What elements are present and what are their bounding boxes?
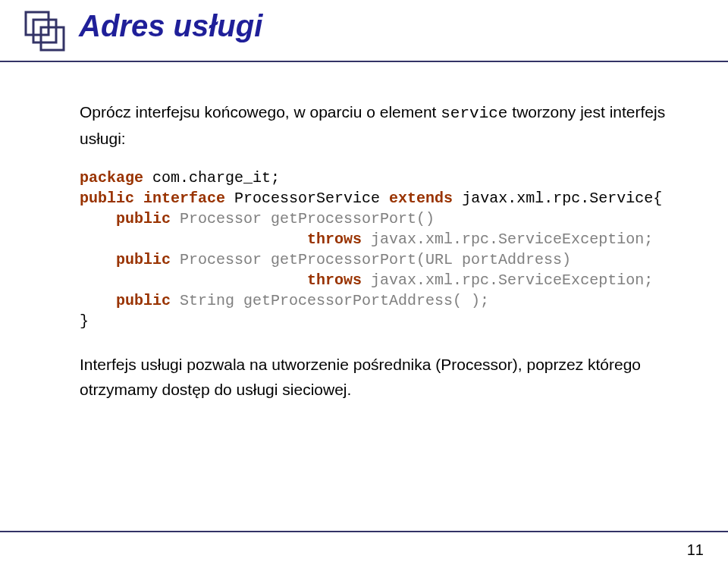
intro-mono: service — [441, 105, 507, 122]
intro-paragraph: Oprócz interfejsu końcowego, w oparciu o… — [80, 100, 698, 151]
indent-3 — [80, 210, 116, 227]
slide: Adres usługi Oprócz interfejsu końcowego… — [0, 0, 728, 574]
code-l1b: com.charge_it; — [143, 169, 280, 187]
indent-7 — [80, 292, 116, 309]
stacked-squares-icon — [21, 8, 67, 53]
kw-public-2: public — [116, 210, 171, 227]
outro-paragraph: Interfejs usługi pozwala na utworzenie p… — [80, 353, 698, 402]
code-l7c: String getProcessorPortAddress( ); — [171, 292, 489, 309]
page-title: Adres usługi — [79, 9, 262, 43]
kw-interface: interface — [143, 190, 225, 207]
code-l8: } — [80, 312, 89, 330]
svg-rect-1 — [33, 20, 56, 42]
code-block: package com.charge_it; public interface … — [80, 168, 698, 331]
page-number: 11 — [687, 541, 704, 559]
svg-rect-0 — [26, 12, 49, 35]
intro-text-a: Oprócz interfejsu końcowego, w oparciu o… — [80, 103, 441, 121]
indent-4 — [80, 231, 307, 248]
kw-public-1: public — [80, 190, 134, 207]
kw-throws-2: throws — [307, 271, 362, 289]
code-l2b — [134, 190, 143, 207]
code-l4c: javax.xml.rpc.ServiceException; — [362, 231, 653, 248]
slide-header: Adres usługi — [0, 0, 728, 53]
kw-package: package — [80, 169, 143, 187]
kw-public-4: public — [116, 292, 171, 309]
indent-6 — [80, 271, 307, 289]
kw-public-3: public — [116, 251, 171, 268]
code-l2d: ProcessorService — [225, 190, 389, 207]
slide-content: Oprócz interfejsu końcowego, w oparciu o… — [0, 62, 728, 402]
code-l2f: javax.xml.rpc.Service{ — [453, 190, 662, 207]
svg-rect-2 — [41, 27, 64, 50]
code-l5c: Processor getProcessorPort(URL portAddre… — [171, 251, 571, 268]
code-l3c: Processor getProcessorPort() — [171, 210, 435, 227]
indent-5 — [80, 251, 116, 268]
kw-throws-1: throws — [307, 231, 362, 248]
kw-extends: extends — [389, 190, 453, 207]
footer-divider — [0, 531, 728, 532]
code-l6c: javax.xml.rpc.ServiceException; — [362, 271, 653, 289]
